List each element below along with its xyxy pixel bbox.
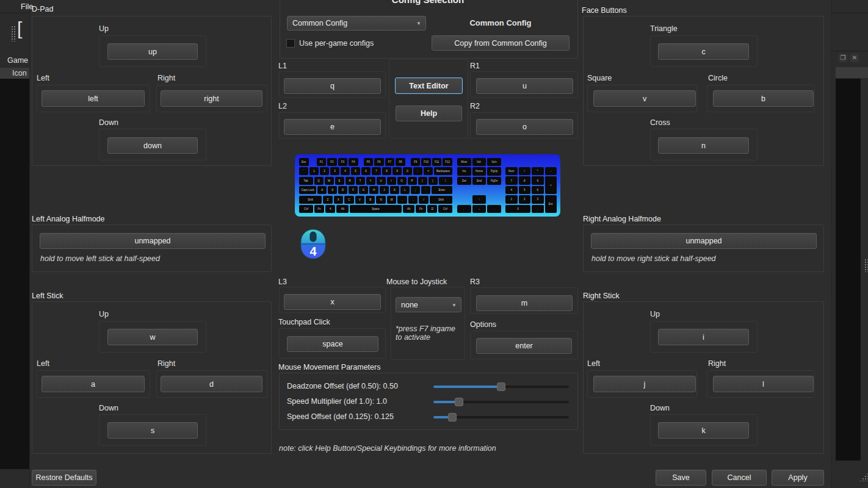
speed-multiplier-label: Speed Multiplier (def 1.0): 1.0 — [287, 397, 387, 406]
per-game-configs-checkbox[interactable] — [286, 39, 295, 48]
speed-offset-slider[interactable] — [433, 413, 569, 422]
restore-defaults-button[interactable]: Restore Defaults — [32, 470, 96, 486]
mouse-icon-number: 4 — [309, 245, 317, 258]
l1-binding-button[interactable]: q — [284, 78, 381, 94]
config-select-value: Common Config — [292, 19, 347, 27]
right-stick-down-label: Down — [650, 404, 670, 412]
slider-handle[interactable] — [455, 398, 463, 406]
right-stick-up-binding-button[interactable]: i — [658, 329, 749, 345]
speed-multiplier-slider[interactable] — [433, 398, 569, 406]
slider-fill — [433, 386, 501, 388]
help-button[interactable]: Help — [396, 106, 462, 121]
slider-handle[interactable] — [448, 413, 457, 422]
scrollbar-grip[interactable] — [864, 259, 868, 272]
right-stick-down-binding-button[interactable]: k — [658, 422, 749, 439]
dpad-left-binding-button[interactable]: left — [42, 90, 145, 107]
mouse-movement-parameters-title: Mouse Movement Parameters — [278, 363, 380, 371]
touchpad-click-label: Touchpad Click — [278, 318, 330, 326]
touchpad-click-binding-button[interactable]: space — [287, 336, 378, 352]
bracket-icon: [ — [17, 18, 22, 39]
l3-label: L3 — [278, 278, 287, 286]
triangle-label: Triangle — [650, 24, 678, 33]
cancel-button[interactable]: Cancel — [712, 470, 767, 486]
dpad-left-label: Left — [37, 74, 49, 82]
left-stick-right-label: Right — [157, 359, 175, 368]
dock-float-button[interactable]: ❐ — [839, 54, 847, 62]
l3-binding-button[interactable]: x — [284, 294, 381, 310]
left-analog-halfmode-title: Left Analog Halfmode — [32, 215, 105, 223]
dpad-down-binding-button[interactable]: down — [107, 137, 198, 154]
left-halfmode-binding-button[interactable]: unmapped — [40, 233, 266, 249]
keyboard-numpad: Num/*-789+456123Ent0. — [505, 167, 557, 213]
options-binding-button[interactable]: enter — [476, 338, 572, 354]
dock-close-button[interactable]: ✕ — [850, 54, 859, 62]
right-stick-left-label: Left — [587, 359, 600, 368]
square-binding-button[interactable]: v — [593, 90, 696, 107]
dpad-right-binding-button[interactable]: right — [161, 90, 262, 107]
options-label: Options — [470, 320, 496, 329]
r2-label: R2 — [470, 102, 480, 110]
mouse-to-joystick-dropdown[interactable]: none ▼ — [396, 297, 461, 312]
l1-label: L1 — [278, 62, 287, 70]
game-panel-label: Game — [7, 56, 28, 65]
dpad-down-label: Down — [99, 118, 118, 127]
deadzone-offset-slider[interactable] — [433, 382, 569, 391]
config-select-dropdown[interactable]: Common Config ▼ — [287, 16, 426, 30]
cross-binding-button[interactable]: n — [658, 137, 749, 154]
left-stick-up-binding-button[interactable]: w — [107, 329, 198, 345]
left-stick-left-binding-button[interactable]: a — [42, 376, 145, 392]
left-stick-left-label: Left — [37, 359, 49, 368]
right-stick-up-label: Up — [650, 310, 660, 318]
resize-grip-icon[interactable] — [859, 473, 868, 481]
slider-handle[interactable] — [497, 382, 505, 391]
speed-offset-label: Speed Offset (def 0.125): 0.125 — [287, 412, 394, 421]
icon-column-header[interactable]: Icon — [12, 69, 27, 77]
mouse-icon: 4 — [299, 228, 327, 260]
chevron-down-icon: ▼ — [416, 21, 421, 26]
r2-binding-button[interactable]: o — [476, 119, 573, 135]
apply-button[interactable]: Apply — [772, 470, 824, 486]
column-header-band: Icon — [0, 68, 29, 79]
help-footnote: note: click Help Button/Special Keybindi… — [279, 444, 496, 453]
r3-binding-button[interactable]: m — [476, 295, 573, 311]
left-stick-group-title: Left Stick — [32, 292, 63, 300]
dpad-up-binding-button[interactable]: up — [107, 43, 198, 60]
circle-binding-button[interactable]: b — [713, 90, 814, 107]
file-menu[interactable]: File — [21, 2, 33, 11]
copy-from-common-config-button[interactable]: Copy from Common Config — [432, 35, 570, 51]
menubar-divider-right — [832, 13, 868, 13]
square-label: Square — [587, 74, 612, 82]
face-buttons-group-title: Face Buttons — [582, 6, 627, 15]
toolbar-grip-handle[interactable] — [11, 26, 15, 41]
pad-settings-dialog: [ Game Icon File ❐ ✕ Config Selection Co… — [0, 0, 868, 488]
r3-label: R3 — [470, 278, 480, 286]
circle-label: Circle — [708, 74, 728, 82]
save-button[interactable]: Save — [656, 470, 706, 486]
toolbar-divider-right — [832, 51, 868, 51]
mouse-to-joystick-label: Mouse to Joystick — [386, 278, 447, 286]
panel-header-band — [836, 67, 868, 78]
dpad-right-label: Right — [157, 74, 175, 82]
dpad-up-label: Up — [99, 24, 109, 33]
chevron-down-icon: ▼ — [452, 302, 457, 307]
left-stick-up-label: Up — [99, 310, 109, 318]
right-stick-left-binding-button[interactable]: j — [593, 376, 696, 392]
triangle-binding-button[interactable]: c — [658, 43, 749, 60]
center-buttons-box — [389, 59, 468, 138]
game-list-panel — [0, 79, 29, 469]
left-stick-down-binding-button[interactable]: s — [107, 422, 198, 439]
keyboard-nav-cluster: MuteVol-Vol+InsHomePgUpDelEndPgDn↑←↓→ — [457, 158, 501, 213]
right-stick-group-title: Right Stick — [583, 292, 620, 300]
left-stick-down-label: Down — [99, 404, 118, 412]
background-main-window-left: [ Game Icon — [0, 0, 30, 488]
left-stick-right-binding-button[interactable]: d — [161, 376, 262, 392]
mouse-to-joystick-value: none — [401, 301, 418, 309]
profile-name-label: Common Config — [432, 18, 570, 27]
text-editor-button[interactable]: Text Editor — [395, 77, 463, 94]
r1-binding-button[interactable]: u — [476, 78, 573, 94]
deadzone-offset-label: Deadzone Offset (def 0.50): 0.50 — [287, 382, 398, 390]
right-stick-right-binding-button[interactable]: l — [713, 376, 814, 392]
l2-binding-button[interactable]: e — [284, 119, 381, 135]
right-halfmode-binding-button[interactable]: unmapped — [591, 233, 817, 249]
keyboard-image: EscF1F2F3F4F5F6F7F8F9F10F11F12`123456789… — [295, 154, 560, 217]
